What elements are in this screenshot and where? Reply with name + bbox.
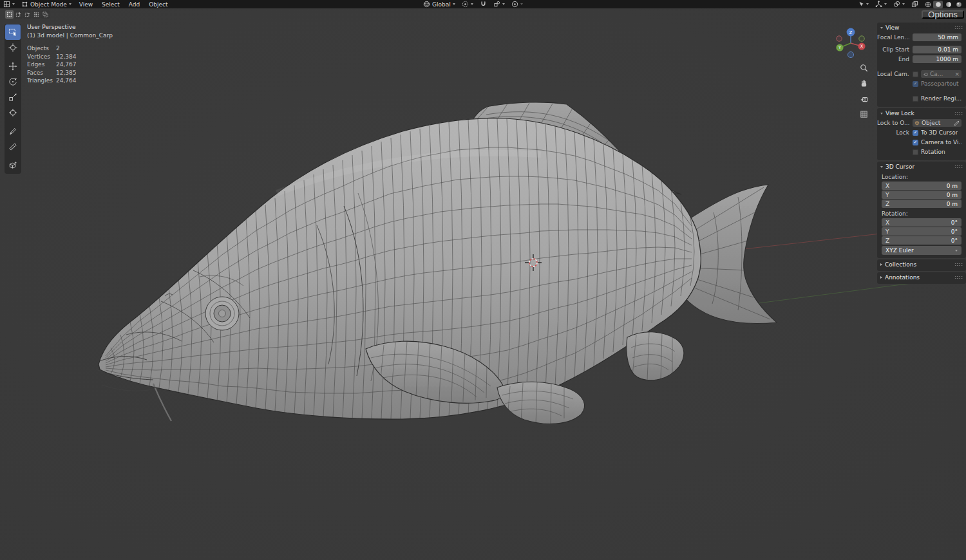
axis-neg-y-ball[interactable] bbox=[859, 36, 864, 41]
camera-view-button[interactable] bbox=[858, 93, 870, 105]
proportional-edit-toggle[interactable] bbox=[508, 0, 526, 8]
tool-shelf bbox=[5, 24, 21, 174]
object-type-visibility[interactable] bbox=[855, 0, 872, 8]
panel-grip-handle[interactable] bbox=[954, 111, 963, 115]
eyedropper-icon[interactable] bbox=[954, 120, 960, 126]
select-mode-intersect-button[interactable] bbox=[41, 10, 50, 19]
cursor-location-z-field[interactable]: Z 0 m bbox=[882, 200, 961, 208]
clip-start-field[interactable]: 0.01 m bbox=[913, 46, 961, 53]
shading-rendered-button[interactable] bbox=[954, 1, 963, 8]
select-mode-invert-button[interactable] bbox=[32, 10, 41, 19]
select-mode-new-button[interactable] bbox=[5, 10, 14, 19]
mode-selector[interactable]: Object Mode bbox=[18, 0, 75, 8]
proportional-editing-icon bbox=[511, 1, 518, 8]
menu-add[interactable]: Add bbox=[124, 0, 144, 8]
options-button[interactable]: Options bbox=[922, 10, 964, 19]
transform-tool-icon bbox=[8, 108, 17, 117]
anal-fin bbox=[627, 331, 684, 381]
panel-3d-cursor-header[interactable]: 3D Cursor bbox=[877, 162, 966, 172]
render-region-checkbox[interactable] bbox=[913, 96, 918, 102]
editor-type-button[interactable] bbox=[0, 0, 18, 8]
object-cube-icon bbox=[914, 120, 920, 126]
cursor-rotation-label: Rotation: bbox=[877, 209, 966, 218]
axis-z-ball[interactable]: Z bbox=[847, 28, 855, 37]
viewport-canvas[interactable] bbox=[0, 0, 966, 560]
zoom-button[interactable] bbox=[858, 62, 870, 74]
pan-button[interactable] bbox=[858, 77, 870, 89]
solid-shading-icon bbox=[935, 1, 942, 8]
cursor-rotation-z-field[interactable]: Z 0° bbox=[882, 236, 961, 245]
camera-icon bbox=[923, 71, 928, 77]
snap-target-selector[interactable] bbox=[490, 0, 508, 8]
pivot-point-selector[interactable] bbox=[459, 0, 477, 8]
rotation-mode-dropdown[interactable]: XYZ Euler bbox=[882, 246, 961, 255]
shading-solid-button[interactable] bbox=[933, 1, 943, 8]
camera-to-view-checkbox[interactable]: ✓ bbox=[913, 140, 918, 145]
menu-select[interactable]: Select bbox=[97, 0, 124, 8]
local-camera-checkbox[interactable] bbox=[913, 71, 918, 77]
axis-y-ball[interactable]: Y bbox=[836, 44, 843, 51]
axis-neg-x-ball[interactable] bbox=[837, 36, 842, 41]
clear-icon[interactable]: × bbox=[954, 71, 960, 77]
tool-annotate[interactable] bbox=[5, 124, 21, 139]
panel-view-header[interactable]: View bbox=[877, 23, 966, 33]
tool-add-cube[interactable] bbox=[5, 158, 21, 173]
lock-rotation-checkbox[interactable] bbox=[913, 149, 918, 155]
local-camera-field[interactable]: Ca... × bbox=[921, 70, 961, 78]
magnet-icon bbox=[480, 1, 487, 8]
cursor-rotation-x-field[interactable]: X 0° bbox=[882, 218, 961, 227]
tool-move[interactable] bbox=[5, 59, 21, 74]
render-region-row: Render Regi... bbox=[877, 94, 966, 103]
axis-neg-z-ball[interactable] bbox=[848, 51, 853, 57]
viewport-info-overlay: User Perspective (1) 3d model | Common_C… bbox=[27, 23, 113, 85]
select-mode-subtract-button[interactable] bbox=[23, 10, 32, 19]
rendered-shading-icon bbox=[956, 1, 962, 8]
cursor-location-x-field[interactable]: X 0 m bbox=[882, 182, 961, 190]
cursor-location-y-field[interactable]: Y 0 m bbox=[882, 191, 961, 199]
carp-wireframe-model[interactable] bbox=[96, 102, 777, 425]
lock-to-3d-cursor-checkbox[interactable]: ✓ bbox=[913, 130, 918, 136]
show-overlays-toggle[interactable] bbox=[890, 0, 908, 8]
panel-grip-handle[interactable] bbox=[954, 275, 963, 279]
tool-measure[interactable] bbox=[5, 139, 21, 154]
chevron-down-icon bbox=[880, 166, 883, 168]
panel-annotations: Annotations bbox=[877, 272, 966, 284]
toggle-perspective-button[interactable] bbox=[858, 108, 870, 120]
select-mode-extend-button[interactable] bbox=[14, 10, 23, 19]
tool-scale[interactable] bbox=[5, 89, 21, 105]
axis-x-ball[interactable]: X bbox=[858, 42, 865, 50]
navigation-gizmo[interactable]: Z Y X bbox=[833, 26, 868, 61]
passepartout-checkbox[interactable]: ✓ bbox=[913, 81, 918, 87]
snap-toggle[interactable] bbox=[477, 0, 490, 8]
panel-collections-header[interactable]: Collections bbox=[877, 259, 966, 270]
xray-toggle[interactable] bbox=[908, 0, 922, 8]
clip-end-field[interactable]: 1000 m bbox=[913, 55, 961, 63]
view-perspective-label: User Perspective bbox=[27, 23, 113, 32]
annotate-pencil-icon bbox=[8, 127, 17, 136]
panel-view-lock-header[interactable]: View Lock bbox=[877, 108, 966, 118]
statistics-overlay: Objects2 Vertices12,384 Edges24,767 Face… bbox=[27, 44, 113, 85]
lock-to-object-field[interactable]: Object bbox=[913, 119, 961, 127]
snap-target-icon bbox=[493, 1, 500, 8]
shading-material-button[interactable] bbox=[943, 1, 953, 8]
shading-wireframe-button[interactable] bbox=[923, 1, 933, 8]
shading-mode-group bbox=[922, 1, 965, 8]
focal-length-field[interactable]: 50 mm bbox=[913, 33, 961, 41]
tool-cursor[interactable] bbox=[5, 40, 21, 55]
menu-object[interactable]: Object bbox=[144, 0, 172, 8]
panel-grip-handle[interactable] bbox=[954, 263, 963, 266]
camera-icon bbox=[860, 95, 868, 103]
tool-rotate[interactable] bbox=[5, 74, 21, 89]
show-gizmo-toggle[interactable] bbox=[872, 0, 890, 8]
panel-grip-handle[interactable] bbox=[954, 165, 963, 169]
tool-box-select[interactable] bbox=[5, 24, 21, 40]
panel-grip-handle[interactable] bbox=[954, 26, 963, 30]
tool-transform[interactable] bbox=[5, 105, 21, 120]
menu-view[interactable]: View bbox=[75, 0, 97, 8]
cursor-rotation-y-field[interactable]: Y 0° bbox=[882, 227, 961, 236]
panel-annotations-header[interactable]: Annotations bbox=[877, 272, 966, 283]
transform-orientation-selector[interactable]: Global bbox=[420, 0, 459, 8]
stat-row: Vertices12,384 bbox=[27, 53, 113, 61]
ortho-grid-icon bbox=[860, 110, 868, 118]
pivot-point-icon bbox=[462, 1, 469, 8]
